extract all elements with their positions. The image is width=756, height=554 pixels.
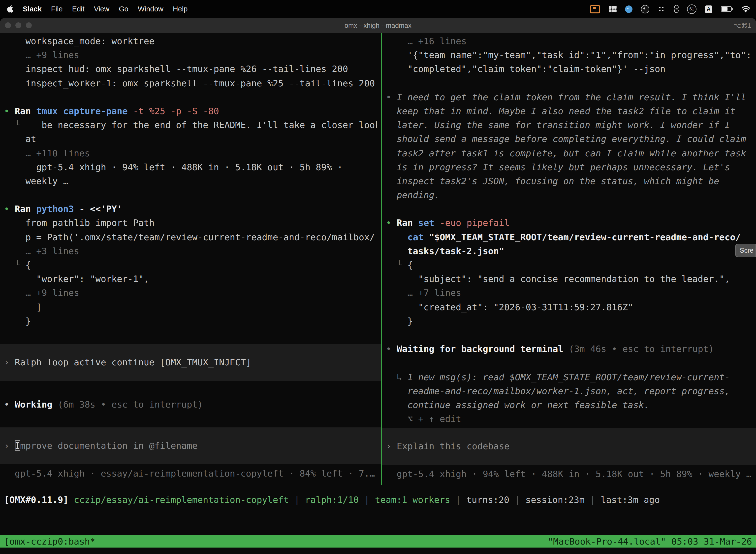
window-title: omx --xhigh --madmax bbox=[344, 21, 412, 29]
text-run: keep that in mind. Maybe I also need the… bbox=[386, 106, 736, 116]
input-band[interactable]: › Improve documentation in @filename bbox=[0, 428, 381, 464]
text-run: • bbox=[4, 106, 15, 116]
terminal-line: tasks/task-2.json" bbox=[386, 244, 752, 258]
window-grid-icon[interactable] bbox=[609, 6, 617, 12]
text-run: Waiting for background terminal bbox=[397, 343, 563, 354]
menu-item-help[interactable]: Help bbox=[173, 5, 188, 13]
screen-share-overlay: Scre bbox=[735, 244, 756, 257]
text-run: should send a message before completing … bbox=[386, 134, 746, 144]
terminal-line: task2 after task1 is complete, but can I… bbox=[386, 146, 752, 160]
terminal-line: gpt-5.4 xhigh · 94% left · 488K in · 5.1… bbox=[386, 467, 752, 481]
text-run: is in progress? It seems likely but perh… bbox=[386, 162, 730, 172]
terminal-line bbox=[386, 356, 752, 370]
terminal-line: continue assigned work or next feasible … bbox=[386, 398, 752, 412]
omx-status-segment: ralph:1/10 bbox=[305, 494, 359, 505]
apple-menu-icon[interactable] bbox=[7, 5, 13, 13]
terminal-line: } bbox=[386, 314, 752, 328]
terminal-line bbox=[4, 411, 377, 425]
text-run: weekly … bbox=[4, 176, 68, 186]
text-run: inspect_worker-1: omx sparkshell --tmux-… bbox=[4, 78, 375, 88]
text-run: tmux capture-pane bbox=[36, 106, 127, 116]
text-run: "worker": "worker-1", bbox=[4, 274, 149, 284]
terminal-line bbox=[4, 90, 377, 104]
dots-grid-icon[interactable] bbox=[658, 5, 665, 13]
terminal-line: inspect_hud: omx sparkshell --tmux-pane … bbox=[4, 62, 377, 76]
tmux-host-clock: "MacBook-Pro-44.local" 05:03 31-Mar-26 bbox=[548, 535, 752, 548]
minimize-button[interactable] bbox=[15, 22, 21, 28]
wifi-icon[interactable] bbox=[742, 6, 750, 12]
text-run: continue assigned work or next feasible … bbox=[386, 400, 649, 410]
terminal-line: … +7 lines bbox=[386, 286, 752, 300]
text-run: • bbox=[386, 92, 397, 102]
text-run: { bbox=[407, 260, 413, 270]
text-run: • bbox=[4, 204, 15, 214]
input-band[interactable]: › Explain this codebase bbox=[382, 428, 756, 465]
terminal-line bbox=[4, 328, 377, 342]
terminal-line: weekly … bbox=[4, 174, 377, 188]
omx-status-segment: [OMX#0.11.9] bbox=[4, 494, 68, 505]
text-run: … +16 lines bbox=[386, 36, 466, 46]
terminal-line: should send a message before completing … bbox=[386, 132, 752, 146]
traffic-lights bbox=[5, 18, 32, 33]
terminal-line: • Ran tmux capture-pane -t %25 -p -S -80 bbox=[4, 104, 377, 118]
text-run: task2 after task1 is complete, but can I… bbox=[386, 148, 746, 158]
terminal-line bbox=[386, 328, 752, 342]
battery-icon[interactable] bbox=[721, 6, 733, 12]
text-run: … +3 lines bbox=[4, 246, 79, 256]
blue-app-icon[interactable] bbox=[625, 5, 632, 13]
omx-status-segment: | bbox=[289, 494, 305, 505]
terminal-line: inspect_worker-1: omx sparkshell --tmux-… bbox=[4, 76, 377, 90]
terminal-line: └ { bbox=[386, 258, 752, 272]
screen: Slack FileEditViewGoWindowHelp 61 A bbox=[0, 0, 756, 554]
menu-item-file[interactable]: File bbox=[51, 5, 63, 13]
terminal-line: … +3 lines bbox=[4, 244, 377, 258]
omx-status-segment bbox=[68, 494, 74, 505]
text-run: "completed","claim_token":"claim-token"}… bbox=[386, 64, 666, 74]
zoom-button[interactable] bbox=[26, 22, 32, 28]
text-run: ⌥ + ↑ edit bbox=[386, 413, 461, 424]
terminal-line: • I need to get the claim token from the… bbox=[386, 90, 752, 104]
terminal-line: • Ran python3 - <<'PY' bbox=[4, 202, 377, 216]
terminal-line: ⌥ + ↑ edit bbox=[386, 412, 752, 426]
right-pane[interactable]: … +16 lines '{"team_name":"my-team","tas… bbox=[382, 33, 756, 485]
terminal-line: "subject": "send a concise recommendatio… bbox=[386, 272, 752, 286]
left-pane[interactable]: workspace_mode: worktree … +9 lines insp… bbox=[0, 33, 381, 485]
text-run: Ralph loop active continue [OMX_TMUX_INJ… bbox=[15, 357, 251, 367]
omx-status-line: [OMX#0.11.9] cczip/essay/ai-reimplementa… bbox=[4, 493, 756, 507]
terminal-line: from pathlib import Path bbox=[4, 216, 377, 230]
menu-bar-left: Slack FileEditViewGoWindowHelp bbox=[0, 5, 188, 13]
omx-status-segment: session:23m bbox=[525, 494, 584, 505]
text-run: cat bbox=[407, 232, 429, 242]
dark-circle-app-icon[interactable] bbox=[641, 5, 649, 13]
terminal-line: at bbox=[4, 132, 377, 146]
menu-item-go[interactable]: Go bbox=[119, 5, 128, 13]
terminal-line: is in progress? It seems likely but perh… bbox=[386, 160, 752, 174]
title-bar[interactable]: omx --xhigh --madmax ⌥⌘1 bbox=[0, 18, 756, 33]
omx-status-segment: turns:20 bbox=[466, 494, 509, 505]
text-run: • bbox=[386, 218, 397, 228]
text-run: └ bbox=[386, 260, 407, 270]
text-run: } bbox=[4, 316, 31, 326]
screen-recording-stop-icon[interactable] bbox=[590, 5, 600, 13]
text-run: … +9 lines bbox=[4, 288, 79, 298]
text-run: p = Path('.omx/state/team/review-current… bbox=[4, 232, 375, 242]
terminal-line: … +110 lines bbox=[4, 146, 377, 160]
terminal-line: "created_at": "2026-03-31T11:59:27.816Z" bbox=[386, 300, 752, 314]
menu-app-name[interactable]: Slack bbox=[23, 5, 42, 13]
input-source-icon[interactable]: A bbox=[705, 5, 712, 13]
figure-eight-icon[interactable] bbox=[674, 5, 679, 13]
text-run: } bbox=[386, 316, 413, 326]
menu-bar-status-icons: 61 A bbox=[590, 4, 756, 14]
omx-status-segment: last:3m ago bbox=[601, 494, 660, 505]
terminal-line: gpt-5.4 xhigh · 94% left · 488K in · 5.1… bbox=[4, 160, 377, 174]
menu-item-window[interactable]: Window bbox=[138, 5, 164, 13]
input-band[interactable]: › Ralph loop active continue [OMX_TMUX_I… bbox=[0, 344, 381, 381]
menu-item-edit[interactable]: Edit bbox=[72, 5, 84, 13]
omx-status-segment: | bbox=[509, 494, 525, 505]
text-run: readme-and-reco/mailbox/worker-1.json, a… bbox=[386, 385, 730, 396]
text-run: set bbox=[418, 218, 434, 228]
text-run: gpt-5.4 xhigh · 94% left · 488K in · 5.1… bbox=[4, 162, 342, 172]
battery-percent-badge[interactable]: 61 bbox=[687, 4, 696, 14]
menu-item-view[interactable]: View bbox=[94, 5, 109, 13]
close-button[interactable] bbox=[5, 22, 11, 28]
